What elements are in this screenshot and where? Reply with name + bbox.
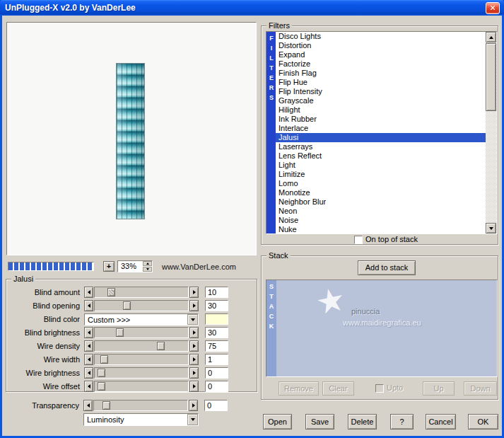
- filter-item[interactable]: Lens Reflect: [276, 151, 486, 161]
- slider-right-arrow[interactable]: [189, 287, 199, 298]
- param-value-input[interactable]: [205, 381, 228, 392]
- zoom-control[interactable]: 33%: [117, 260, 153, 272]
- param-value-input[interactable]: [204, 400, 228, 411]
- watermark-name: pinuccia: [351, 307, 380, 316]
- filter-item[interactable]: Grayscale: [276, 96, 486, 105]
- slider-left-arrow[interactable]: [84, 300, 93, 311]
- chevron-down-icon[interactable]: [187, 414, 198, 425]
- filter-item[interactable]: Lomo: [276, 179, 486, 188]
- slider-left-arrow[interactable]: [84, 354, 93, 365]
- add-to-stack-button[interactable]: Add to stack: [358, 260, 416, 275]
- slider-thumb[interactable]: [116, 328, 124, 337]
- slider-left-arrow[interactable]: [84, 327, 93, 338]
- slider-track[interactable]: [94, 367, 189, 379]
- filter-item[interactable]: Distortion: [276, 41, 486, 50]
- filter-item[interactable]: Noise: [276, 216, 486, 225]
- slider-left-arrow[interactable]: [84, 367, 93, 379]
- preview-panel[interactable]: [6, 22, 257, 255]
- param-value-input[interactable]: [205, 287, 228, 298]
- filters-group: Filters FILTERS Disco Lights Distortion …: [261, 25, 498, 245]
- triangle-down-icon: [191, 418, 195, 421]
- blend-mode-dropdown[interactable]: Luminosity: [83, 413, 199, 426]
- zoom-plus-button[interactable]: +: [103, 261, 115, 272]
- filter-item[interactable]: Neighbor Blur: [276, 197, 486, 207]
- slider-thumb[interactable]: [102, 401, 110, 410]
- filter-item[interactable]: Neon: [276, 207, 486, 216]
- filter-item[interactable]: Laserrays: [276, 142, 486, 151]
- stack-list-area[interactable]: ★ pinuccia www.maidiregrafica.eu: [276, 280, 497, 376]
- slider-right-arrow[interactable]: [189, 381, 199, 392]
- scrollbar-down-arrow[interactable]: [486, 223, 496, 234]
- slider-track[interactable]: [94, 300, 189, 311]
- slider-track[interactable]: [94, 327, 189, 338]
- filter-item[interactable]: Disco Lights: [276, 32, 486, 41]
- slider-thumb[interactable]: [98, 382, 105, 391]
- param-value-input[interactable]: [205, 367, 228, 379]
- slider-right-arrow[interactable]: [189, 354, 199, 365]
- slider-track[interactable]: [94, 287, 189, 298]
- filter-item[interactable]: Monotize: [276, 188, 486, 197]
- zoom-up-arrow[interactable]: [143, 261, 152, 266]
- param-label: Wire brightness: [6, 369, 80, 377]
- delete-button[interactable]: Delete: [348, 414, 377, 430]
- triangle-up-icon: [146, 263, 149, 265]
- up-button[interactable]: Up: [423, 381, 455, 396]
- filter-item[interactable]: Ink Rubber: [276, 115, 486, 124]
- clear-button[interactable]: Clear: [322, 381, 354, 396]
- filter-list[interactable]: Disco Lights Distortion Expand Factorize…: [276, 32, 486, 234]
- slider-left-arrow[interactable]: [84, 340, 93, 352]
- slider-track[interactable]: [94, 381, 189, 392]
- filter-item[interactable]: Hilight: [276, 105, 486, 115]
- slider-right-arrow[interactable]: [189, 327, 199, 338]
- down-button[interactable]: Down: [464, 381, 497, 396]
- zoom-down-arrow[interactable]: [143, 267, 152, 272]
- slider-right-arrow[interactable]: [189, 367, 199, 379]
- param-value-input[interactable]: [205, 340, 228, 352]
- filter-item[interactable]: Nuke: [276, 225, 486, 234]
- save-button[interactable]: Save: [305, 414, 334, 430]
- slider-right-arrow[interactable]: [189, 400, 198, 411]
- filter-item[interactable]: Limitize: [276, 170, 486, 179]
- filters-scrollbar[interactable]: [486, 32, 497, 234]
- filter-item[interactable]: Factorize: [276, 59, 486, 69]
- slider-thumb[interactable]: [98, 369, 105, 377]
- slider-left-arrow[interactable]: [84, 381, 93, 392]
- slider-thumb[interactable]: [157, 342, 165, 350]
- blind-color-dropdown[interactable]: Custom >>>: [84, 313, 199, 325]
- filter-item[interactable]: Light: [276, 161, 486, 170]
- filter-item[interactable]: Flip Intensity: [276, 87, 486, 96]
- slider-left-arrow[interactable]: [84, 287, 93, 298]
- param-row-wire-offset: Wire offset: [6, 381, 257, 393]
- filter-item[interactable]: Finish Flag: [276, 69, 486, 78]
- on-top-of-stack-checkbox[interactable]: [354, 236, 363, 244]
- slider-track[interactable]: [93, 400, 188, 411]
- filter-item-selected[interactable]: Jalusi: [276, 133, 486, 142]
- scrollbar-thumb[interactable]: [486, 43, 496, 111]
- slider-right-arrow[interactable]: [189, 340, 199, 352]
- slider-track[interactable]: [94, 340, 189, 352]
- slider-thumb[interactable]: [107, 288, 115, 296]
- param-value-input[interactable]: [205, 354, 228, 365]
- close-button[interactable]: ✕: [486, 2, 500, 14]
- slider-thumb[interactable]: [100, 355, 108, 364]
- chevron-down-icon[interactable]: [187, 314, 198, 325]
- param-value-input[interactable]: [205, 300, 228, 311]
- param-value-input[interactable]: [205, 327, 228, 338]
- slider-thumb[interactable]: [123, 301, 131, 310]
- ok-button[interactable]: OK: [468, 414, 498, 430]
- titlebar[interactable]: UnPlugged-X v2.0 by VanDerLee ✕: [0, 0, 504, 16]
- remove-button[interactable]: Remove: [279, 381, 319, 396]
- open-button[interactable]: Open: [263, 414, 292, 430]
- filter-item[interactable]: Interlace: [276, 124, 486, 133]
- slider-right-arrow[interactable]: [189, 300, 199, 311]
- scrollbar-up-arrow[interactable]: [486, 32, 496, 42]
- help-button[interactable]: ?: [390, 414, 414, 430]
- filter-item[interactable]: Expand: [276, 50, 486, 59]
- filter-item[interactable]: Flip Hue: [276, 78, 486, 87]
- cancel-button[interactable]: Cancel: [426, 414, 456, 430]
- blind-color-swatch[interactable]: [205, 313, 228, 325]
- slider-track[interactable]: [94, 354, 189, 365]
- slider-left-arrow[interactable]: [83, 400, 93, 411]
- upto-checkbox[interactable]: [375, 384, 384, 393]
- preview-image: [116, 63, 145, 219]
